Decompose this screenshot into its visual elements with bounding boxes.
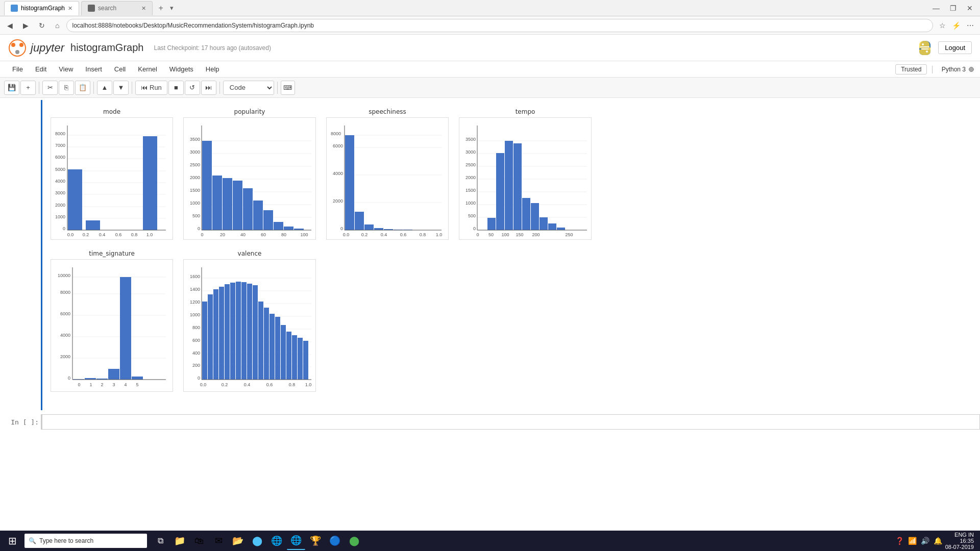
- move-up-button[interactable]: ▲: [97, 81, 112, 95]
- taskbar-search-box[interactable]: 🔍 Type here to search: [24, 534, 147, 548]
- taskbar-app-explorer[interactable]: 📁: [170, 532, 189, 550]
- taskbar-app-store[interactable]: 🛍: [190, 532, 208, 550]
- taskbar-app-circle2[interactable]: ⬤: [345, 532, 363, 550]
- help-icon[interactable]: ❓: [894, 536, 905, 546]
- python-logo: [916, 39, 934, 57]
- copy-button[interactable]: ⎘: [59, 81, 74, 95]
- svg-rect-54: [263, 210, 273, 230]
- interrupt-button[interactable]: ■: [168, 81, 184, 95]
- svg-text:1000: 1000: [190, 312, 200, 317]
- chart-time-signature: time_signature 0 2000 4000 6000 8000 100…: [51, 250, 173, 392]
- move-down-button[interactable]: ▼: [113, 81, 129, 95]
- svg-text:0: 0: [78, 382, 80, 387]
- empty-cell-indicator: In [ ]:: [0, 414, 41, 430]
- svg-text:3: 3: [112, 382, 115, 387]
- svg-text:0: 0: [68, 375, 70, 381]
- svg-text:0.8: 0.8: [131, 232, 138, 237]
- start-button[interactable]: ⊞: [2, 531, 22, 551]
- volume-icon[interactable]: 🔊: [920, 536, 930, 546]
- empty-cell-input[interactable]: [41, 414, 980, 430]
- notification-icon[interactable]: 🔔: [933, 536, 943, 546]
- tab-dropdown[interactable]: ▾: [170, 4, 174, 12]
- taskbar-app-circle[interactable]: ⬤: [248, 532, 266, 550]
- taskbar-app-browser2[interactable]: 🔵: [326, 532, 344, 550]
- extensions-icon[interactable]: ⚡: [950, 20, 963, 31]
- back-button[interactable]: ◀: [4, 20, 16, 31]
- chrome-icon: 🌐: [271, 535, 282, 546]
- menu-edit[interactable]: Edit: [29, 63, 53, 75]
- keyboard-icon[interactable]: ⌨: [281, 81, 295, 95]
- taskbar-apps: ⧉ 📁 🛍 ✉ 📂 ⬤ 🌐 🌐 🏆 🔵 ⬤: [151, 532, 363, 550]
- taskbar-right: ❓ 📶 🔊 🔔 ENG IN 16:35 08-07-2019: [894, 532, 978, 550]
- settings-icon[interactable]: ⋯: [965, 20, 976, 31]
- add-cell-button[interactable]: +: [20, 81, 36, 95]
- minimize-button[interactable]: —: [929, 3, 943, 13]
- menu-help[interactable]: Help: [200, 63, 226, 75]
- circle2-icon: ⬤: [349, 535, 359, 546]
- restore-button[interactable]: ❐: [947, 3, 960, 13]
- svg-text:1600: 1600: [190, 274, 200, 279]
- svg-text:0.4: 0.4: [99, 232, 106, 237]
- svg-rect-49: [212, 176, 222, 230]
- network-icon[interactable]: 📶: [907, 536, 918, 546]
- svg-text:1000: 1000: [55, 214, 65, 219]
- svg-text:10000: 10000: [58, 273, 70, 278]
- cut-button[interactable]: ✂: [42, 81, 58, 95]
- tab-close-btn-2[interactable]: ✕: [141, 5, 146, 12]
- taskbar-search-text: Type here to search: [39, 537, 93, 544]
- tab-close-btn[interactable]: ✕: [68, 5, 72, 12]
- svg-text:2000: 2000: [55, 203, 65, 208]
- menu-file[interactable]: File: [6, 63, 29, 75]
- charts-grid: mode 0 1000 2000 3000 4000 5000 6000 700…: [46, 104, 976, 406]
- taskbar-app-edge[interactable]: 🌐: [287, 532, 305, 550]
- svg-text:0.0: 0.0: [343, 232, 350, 237]
- home-button[interactable]: ⌂: [52, 20, 62, 31]
- cell-type-select[interactable]: Code: [223, 81, 274, 95]
- svg-text:2500: 2500: [190, 162, 200, 167]
- new-tab-button[interactable]: +: [155, 2, 167, 14]
- svg-text:4: 4: [124, 382, 127, 387]
- svg-text:2500: 2500: [465, 162, 476, 167]
- tab-histogramgraph[interactable]: histogramGraph ✕: [4, 1, 79, 15]
- svg-text:4000: 4000: [333, 171, 343, 176]
- taskbar-app-taskview[interactable]: ⧉: [151, 532, 169, 550]
- tab-search[interactable]: search ✕: [81, 1, 153, 15]
- charts-row-2: time_signature 0 2000 4000 6000 8000 100…: [51, 250, 972, 392]
- toolbar-separator-4: [219, 82, 220, 94]
- menu-kernel[interactable]: Kernel: [132, 63, 163, 75]
- restart-run-button[interactable]: ⏭: [201, 81, 216, 95]
- svg-rect-180: [270, 314, 275, 380]
- edge-icon: 🌐: [290, 535, 302, 546]
- svg-rect-78: [364, 224, 374, 230]
- run-button[interactable]: ⏮ Run: [135, 81, 167, 95]
- menu-view[interactable]: View: [53, 63, 79, 75]
- bookmark-icon[interactable]: ☆: [937, 20, 948, 31]
- taskbar-app-reward[interactable]: 🏆: [306, 532, 325, 550]
- menu-insert[interactable]: Insert: [79, 63, 108, 75]
- save-button[interactable]: 💾: [4, 81, 19, 95]
- cell-output: mode 0 1000 2000 3000 4000 5000 6000 700…: [41, 100, 980, 410]
- taskbar-app-mail[interactable]: ✉: [209, 532, 228, 550]
- logout-button[interactable]: Logout: [938, 41, 972, 54]
- menu-cell[interactable]: Cell: [108, 63, 132, 75]
- svg-text:1200: 1200: [190, 299, 200, 305]
- svg-text:20: 20: [220, 232, 225, 237]
- close-window-button[interactable]: ✕: [964, 3, 976, 13]
- svg-rect-168: [202, 302, 207, 380]
- mail-icon: ✉: [215, 535, 223, 546]
- taskbar-app-files[interactable]: 📂: [229, 532, 247, 550]
- chart-valence-title: valence: [238, 250, 262, 257]
- svg-text:0: 0: [198, 226, 200, 231]
- svg-rect-179: [264, 308, 269, 380]
- address-bar[interactable]: localhost:8888/notebooks/Desktop/MusicRe…: [66, 19, 933, 32]
- svg-text:1.0: 1.0: [146, 232, 153, 237]
- paste-button[interactable]: 📋: [75, 81, 90, 95]
- forward-button[interactable]: ▶: [20, 20, 32, 31]
- menu-widgets[interactable]: Widgets: [163, 63, 200, 75]
- taskbar-app-chrome[interactable]: 🌐: [267, 532, 286, 550]
- refresh-button[interactable]: ↻: [36, 20, 48, 31]
- empty-cell: In [ ]:: [0, 412, 980, 432]
- restart-button[interactable]: ↺: [185, 81, 200, 95]
- svg-text:1000: 1000: [465, 201, 476, 206]
- browser-titlebar: histogramGraph ✕ search ✕ + ▾ — ❐ ✕: [0, 0, 980, 16]
